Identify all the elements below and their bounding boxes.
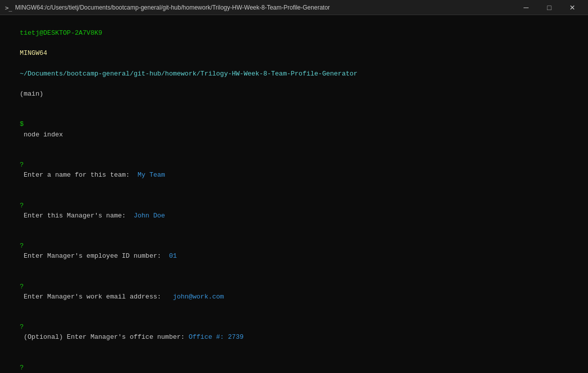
line-5: ? (Optional) Enter Manager's office numb…	[4, 312, 584, 353]
titlebar-controls: ─ □ ✕	[514, 0, 584, 15]
prompt-line: tietj@DESKTOP-2A7V8K9 MINGW64 ~/Document…	[4, 18, 584, 109]
line-3: ? Enter Manager's employee ID number: 01	[4, 231, 584, 272]
terminal: tietj@DESKTOP-2A7V8K9 MINGW64 ~/Document…	[0, 15, 588, 373]
line-6: ? Would you like to add another team mem…	[4, 353, 584, 373]
username: tietj@DESKTOP-2A7V8K9	[20, 29, 102, 37]
titlebar: >_ MINGW64:/c/Users/tietj/Documents/boot…	[0, 0, 588, 15]
branch: (main)	[20, 90, 43, 98]
line-2: ? Enter this Manager's name: John Doe	[4, 190, 584, 231]
titlebar-title: MINGW64:/c/Users/tietj/Documents/bootcam…	[15, 4, 330, 11]
close-button[interactable]: ✕	[561, 0, 584, 15]
path: ~/Documents/bootcamp-general/git-hub/hom…	[20, 70, 357, 78]
line-4: ? Enter Manager's work email address: jo…	[4, 272, 584, 313]
mingw-label: MINGW64	[20, 49, 47, 57]
maximize-button[interactable]: □	[538, 0, 561, 15]
terminal-icon: >_	[4, 4, 12, 12]
command-line: $ node index	[4, 109, 584, 150]
titlebar-left: >_ MINGW64:/c/Users/tietj/Documents/boot…	[4, 4, 330, 12]
svg-text:>_: >_	[5, 5, 12, 12]
minimize-button[interactable]: ─	[514, 0, 538, 15]
line-1: ? Enter a name for this team: My Team	[4, 150, 584, 191]
